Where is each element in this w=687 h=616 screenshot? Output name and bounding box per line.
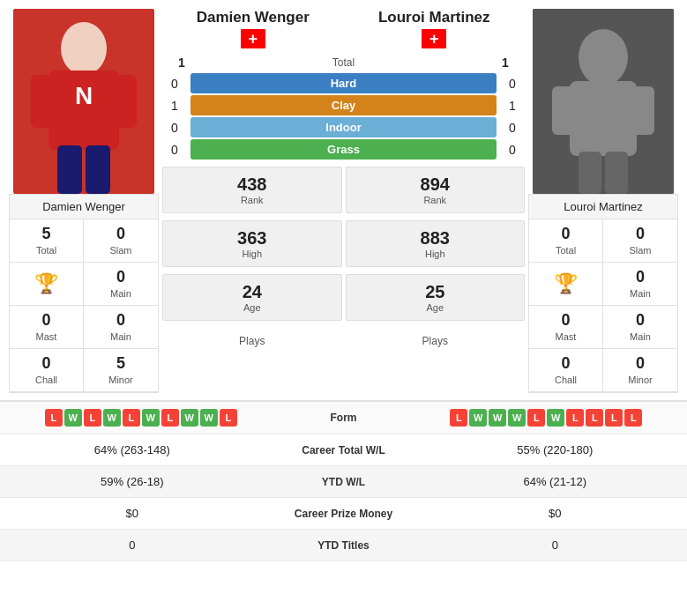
left-main-cell: 0 Main bbox=[84, 263, 158, 306]
form-badge-left: L bbox=[45, 409, 63, 427]
left-player-name: Damien Wenger bbox=[9, 194, 159, 219]
left-slam-cell: 0 Slam bbox=[84, 219, 158, 263]
left-mast-cell: 0 Mast bbox=[10, 306, 84, 349]
stats-row: 59% (26-18)YTD W/L64% (21-12) bbox=[0, 466, 687, 498]
right-slam-cell: 0 Slam bbox=[603, 219, 677, 263]
stats-left-val: $0 bbox=[9, 507, 256, 520]
svg-rect-2 bbox=[31, 75, 57, 128]
svg-rect-9 bbox=[570, 81, 637, 156]
left-age-box: 24 Age bbox=[162, 274, 342, 321]
form-badge-right: L bbox=[566, 409, 584, 427]
stats-left-val: 59% (26-18) bbox=[9, 475, 256, 488]
svg-point-0 bbox=[61, 22, 107, 75]
stats-label: Career Prize Money bbox=[256, 508, 432, 520]
stats-right-val: 64% (21-12) bbox=[432, 475, 679, 488]
right-minor-cell: 0 Minor bbox=[603, 349, 677, 392]
trophy-icon-left: 🏆 bbox=[34, 274, 58, 293]
svg-rect-4 bbox=[57, 145, 82, 194]
left-total-cell: 5 Total bbox=[10, 219, 84, 263]
right-main-cell: 0 Main bbox=[603, 263, 677, 306]
trophy-icon-right: 🏆 bbox=[554, 274, 578, 293]
names-row: Damien Wenger Louroi Martinez bbox=[162, 9, 525, 48]
right-player-photo bbox=[533, 9, 674, 194]
stats-label: Career Total W/L bbox=[256, 444, 432, 456]
left-player-silhouette: N bbox=[13, 9, 154, 194]
svg-rect-10 bbox=[552, 86, 577, 135]
right-player-card: Louroi Martinez 0 Total 0 Slam 🏆 0 Main bbox=[528, 9, 678, 393]
svg-rect-3 bbox=[110, 75, 137, 128]
form-badge-right: W bbox=[469, 409, 487, 427]
center-block: Damien Wenger Louroi Martinez 1 Total 1 bbox=[159, 9, 528, 393]
svg-point-8 bbox=[579, 29, 628, 85]
right-flag bbox=[344, 29, 526, 48]
left-flag bbox=[162, 29, 344, 48]
stats-row: 0YTD Titles0 bbox=[0, 530, 687, 561]
form-badge-left: L bbox=[220, 409, 237, 427]
stats-table: 64% (263-148)Career Total W/L55% (220-18… bbox=[0, 434, 687, 561]
form-badge-left: W bbox=[181, 409, 198, 427]
right-name-header: Louroi Martinez bbox=[344, 9, 526, 48]
right-main2-cell: 0 Main bbox=[603, 306, 677, 349]
form-badge-right: L bbox=[624, 409, 642, 427]
form-badge-left: W bbox=[64, 409, 82, 427]
form-label: Form bbox=[273, 412, 414, 424]
stats-label: YTD Titles bbox=[256, 539, 432, 552]
right-age-box: 25 Age bbox=[346, 274, 526, 321]
form-badge-left: W bbox=[103, 409, 121, 427]
right-player-name: Louroi Martinez bbox=[528, 194, 678, 219]
left-name-header: Damien Wenger bbox=[162, 9, 344, 48]
total-row: 1 Total 1 bbox=[162, 52, 525, 73]
svg-rect-11 bbox=[630, 86, 654, 135]
right-player-silhouette bbox=[533, 9, 674, 194]
stats-right-val: $0 bbox=[432, 507, 679, 520]
right-rank-col: 894 Rank 883 High 25 Age Plays bbox=[346, 167, 526, 351]
stats-right-val: 55% (220-180) bbox=[432, 443, 679, 456]
left-minor-cell: 5 Minor bbox=[84, 349, 158, 392]
form-badge-left: L bbox=[161, 409, 179, 427]
bottom-section: LWLWLWLWWL Form LWWWLWLLLL 64% (263-148)… bbox=[0, 400, 687, 561]
stats-right-val: 0 bbox=[432, 538, 679, 552]
stats-row: $0Career Prize Money$0 bbox=[0, 498, 687, 530]
left-plays: Plays bbox=[162, 331, 342, 351]
right-high-box: 883 High bbox=[346, 220, 526, 267]
main-container: N Damien Wenger 5 Total 0 Slam 🏆 0 Ma bbox=[0, 0, 687, 561]
svg-rect-5 bbox=[86, 145, 110, 194]
left-chall-cell: 0 Chall bbox=[10, 349, 84, 392]
right-trophy-cell: 🏆 bbox=[529, 263, 603, 306]
left-player-stats: 5 Total 0 Slam 🏆 0 Main 0 Mast bbox=[9, 219, 159, 393]
svg-text:N: N bbox=[75, 82, 93, 109]
grass-row: 0 Grass 0 bbox=[162, 139, 525, 160]
left-player-card: N Damien Wenger 5 Total 0 Slam 🏆 0 Ma bbox=[9, 9, 159, 393]
stats-left-val: 0 bbox=[9, 538, 256, 552]
form-badge-right: W bbox=[508, 409, 526, 427]
form-badge-right: W bbox=[489, 409, 506, 427]
hard-row: 0 Hard 0 bbox=[162, 73, 525, 93]
stats-left-val: 64% (263-148) bbox=[9, 443, 256, 456]
left-rank-col: 438 Rank 363 High 24 Age Plays bbox=[162, 167, 342, 351]
right-chall-cell: 0 Chall bbox=[529, 349, 603, 392]
form-badge-left: L bbox=[84, 409, 101, 427]
form-badge-left: L bbox=[123, 409, 140, 427]
clay-row: 1 Clay 1 bbox=[162, 95, 525, 115]
right-mast-cell: 0 Mast bbox=[529, 306, 603, 349]
left-trophy-cell: 🏆 bbox=[10, 263, 84, 306]
form-badge-right: W bbox=[547, 409, 564, 427]
svg-rect-13 bbox=[605, 152, 628, 194]
right-total-cell: 0 Total bbox=[529, 219, 603, 263]
svg-rect-12 bbox=[579, 152, 601, 194]
right-player-stats: 0 Total 0 Slam 🏆 0 Main 0 Mast bbox=[528, 219, 678, 393]
left-high-box: 363 High bbox=[162, 220, 342, 267]
form-badge-left: W bbox=[200, 409, 218, 427]
form-badge-right: L bbox=[527, 409, 545, 427]
indoor-row: 0 Indoor 0 bbox=[162, 117, 525, 137]
form-right-badges: LWWWLWLLLL bbox=[414, 409, 679, 427]
form-left-badges: LWLWLWLWWL bbox=[9, 409, 273, 427]
top-section: N Damien Wenger 5 Total 0 Slam 🏆 0 Ma bbox=[0, 0, 687, 393]
form-badge-right: L bbox=[605, 409, 623, 427]
right-rank-box: 894 Rank bbox=[346, 167, 526, 213]
left-main-cell2: 0 Main bbox=[84, 306, 158, 349]
left-rank-box: 438 Rank bbox=[162, 167, 342, 213]
form-badge-left: W bbox=[142, 409, 160, 427]
form-row: LWLWLWLWWL Form LWWWLWLLLL bbox=[0, 402, 687, 434]
stats-row: 64% (263-148)Career Total W/L55% (220-18… bbox=[0, 434, 687, 466]
